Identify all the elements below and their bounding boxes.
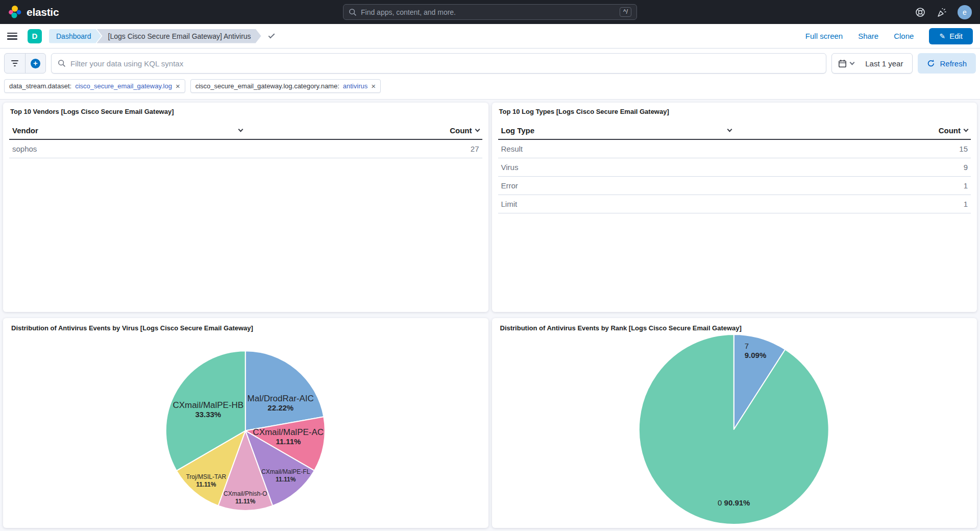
column-label: Count [939, 126, 961, 135]
pie-label: 0 90.91% [718, 498, 750, 507]
sort-chevron-icon [475, 127, 480, 132]
panel-title: Distribution of Antivirus Events by Rank… [493, 319, 976, 332]
filter-pill[interactable]: data_stream.dataset: cisco_secure_email_… [4, 79, 185, 93]
search-icon [349, 8, 357, 16]
dashboard-app-badge[interactable]: D [28, 29, 42, 43]
elastic-logo[interactable]: elastic [8, 5, 59, 19]
logo-text: elastic [27, 6, 59, 18]
filter-controls-group: + [4, 53, 46, 74]
header-actions: e [915, 5, 972, 19]
edit-button[interactable]: ✎ Edit [929, 28, 973, 44]
clone-link[interactable]: Clone [894, 32, 914, 40]
calendar-menu-button[interactable] [832, 54, 860, 73]
table-header: Log Type Count [498, 122, 971, 140]
toolbar-actions: Full screen Share Clone ✎ Edit [805, 28, 973, 44]
table-body: sophos27 [9, 140, 482, 158]
pie-chart-rank: 79.09%0 90.91% [492, 318, 977, 528]
dashboard-toolbar: D Dashboard [Logs Cisco Secure Email Gat… [0, 24, 980, 49]
table-row: Limit1 [498, 195, 971, 213]
cell-value: 9 [734, 163, 968, 172]
filter-pill[interactable]: cisco_secure_email_gateway.log.category.… [190, 79, 381, 93]
saved-check-icon [268, 32, 275, 39]
table-row: Virus9 [498, 158, 971, 177]
panel-title: Distribution of Antivirus Events by Viru… [4, 319, 487, 332]
user-avatar[interactable]: e [958, 5, 972, 19]
table-body: Result15Virus9Error1Limit1 [498, 140, 971, 213]
chevron-down-icon [850, 60, 855, 65]
filter-value: antivirus [343, 82, 368, 90]
query-bar: + Last 1 year Refresh [0, 49, 980, 77]
filter-value: cisco_secure_email_gateway.log [75, 82, 172, 90]
panel-top-log-types: Top 10 Log Types [Logs Cisco Secure Emai… [492, 103, 977, 312]
pencil-icon: ✎ [939, 33, 945, 40]
global-search-input[interactable] [361, 8, 616, 16]
breadcrumb-current: [Logs Cisco Secure Email Gateway] Antivi… [97, 29, 261, 43]
table-header: Vendor Count [9, 122, 482, 140]
full-screen-link[interactable]: Full screen [805, 32, 843, 40]
cell-value: 27 [246, 144, 479, 153]
global-search[interactable]: ^/ [343, 4, 637, 20]
cell-key: Virus [501, 163, 734, 172]
pie-slice-0[interactable] [639, 334, 828, 524]
newsfeed-icon[interactable] [936, 7, 947, 18]
plus-icon: + [31, 59, 40, 68]
column-label: Vendor [12, 126, 38, 135]
cell-value: 15 [734, 144, 968, 153]
time-picker: Last 1 year [831, 53, 913, 74]
table-row: sophos27 [9, 140, 482, 158]
kql-input[interactable] [70, 59, 820, 68]
pie-chart-virus: Mal/DrodRar-AIC22.22%CXmail/MalPE-AC11.1… [3, 318, 488, 528]
time-range-label[interactable]: Last 1 year [860, 59, 912, 68]
refresh-icon [927, 59, 935, 67]
search-icon [58, 59, 66, 67]
remove-filter-icon[interactable]: × [176, 82, 180, 90]
sort-chevron-icon [964, 127, 969, 132]
breadcrumb-dashboard[interactable]: Dashboard [49, 29, 102, 43]
sort-chevron-icon [727, 127, 732, 132]
kql-search-bar[interactable] [51, 53, 826, 74]
panel-top-vendors: Top 10 Vendors [Logs Cisco Secure Email … [3, 103, 488, 312]
dashboard-grid: Top 10 Vendors [Logs Cisco Secure Email … [0, 100, 980, 528]
column-label: Count [450, 126, 472, 135]
cell-value: 1 [734, 200, 968, 208]
cell-key: Limit [501, 200, 734, 208]
filter-field: data_stream.dataset: [9, 82, 71, 90]
table-row: Result15 [498, 140, 971, 158]
sort-chevron-icon [238, 127, 243, 132]
keyboard-shortcut-badge: ^/ [620, 7, 631, 17]
column-header-count[interactable]: Count [246, 126, 479, 135]
column-header-count[interactable]: Count [734, 126, 968, 135]
remove-filter-icon[interactable]: × [371, 82, 376, 90]
filter-field: cisco_secure_email_gateway.log.category.… [195, 82, 339, 90]
global-header: elastic ^/ e [0, 0, 980, 24]
column-header-vendor[interactable]: Vendor [12, 126, 246, 135]
cell-key: Error [501, 181, 734, 190]
cell-key: Result [501, 144, 734, 153]
panel-title: Top 10 Log Types [Logs Cisco Secure Emai… [499, 108, 970, 115]
panel-title: Top 10 Vendors [Logs Cisco Secure Email … [10, 108, 481, 115]
calendar-icon [838, 59, 847, 68]
table-row: Error1 [498, 177, 971, 195]
column-header-log-type[interactable]: Log Type [501, 126, 734, 135]
menu-icon[interactable] [7, 33, 17, 40]
filter-icon [11, 60, 18, 66]
refresh-button[interactable]: Refresh [918, 53, 976, 74]
breadcrumb: Dashboard [Logs Cisco Secure Email Gatew… [49, 29, 261, 43]
edit-button-label: Edit [949, 32, 963, 40]
panel-virus-pie: Mal/DrodRar-AIC22.22%CXmail/MalPE-AC11.1… [3, 318, 488, 528]
add-filter-button[interactable]: + [25, 54, 45, 73]
elastic-logo-icon [8, 5, 22, 19]
filter-pills-row: data_stream.dataset: cisco_secure_email_… [0, 77, 980, 100]
cell-value: 1 [734, 181, 968, 190]
filter-sets-button[interactable] [5, 54, 25, 73]
column-label: Log Type [501, 126, 535, 135]
cell-key: sophos [12, 144, 246, 153]
help-icon[interactable] [915, 7, 926, 18]
refresh-button-label: Refresh [940, 59, 967, 68]
panel-rank-pie: 79.09%0 90.91% Distribution of Antivirus… [492, 318, 977, 528]
share-link[interactable]: Share [858, 32, 878, 40]
